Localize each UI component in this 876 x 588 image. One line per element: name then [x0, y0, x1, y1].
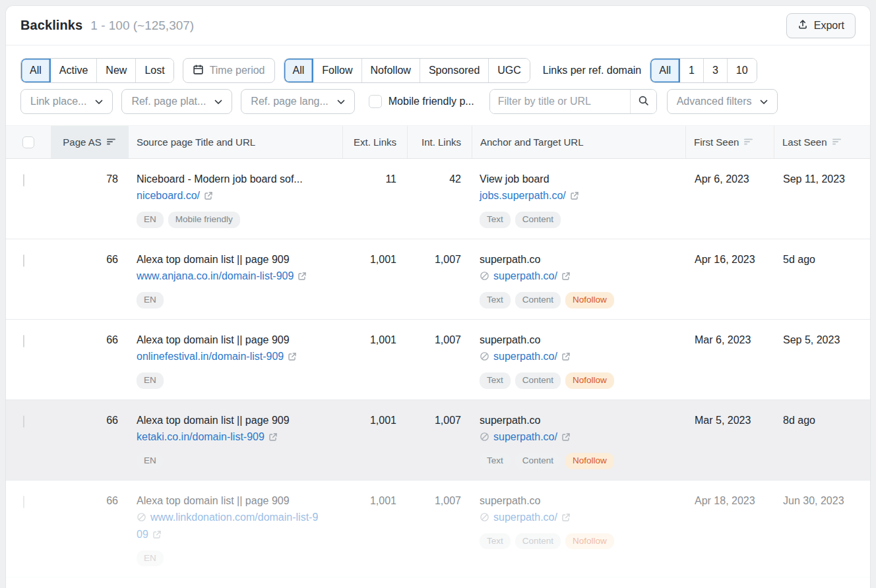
ref-page-platform-dropdown[interactable]: Ref. page plat... [121, 89, 232, 114]
ext-links-value: 1,001 [342, 400, 407, 480]
links-per-domain-1[interactable]: 1 [680, 59, 704, 82]
external-link-icon[interactable] [268, 430, 278, 446]
column-header-last-seen[interactable]: Last Seen [774, 126, 870, 158]
title-url-filter-input[interactable] [490, 90, 630, 113]
calendar-icon [193, 64, 204, 78]
last-seen-value: Sep 11, 2023 [774, 159, 870, 239]
time-period-button[interactable]: Time period [183, 58, 275, 83]
badge-en: EN [137, 292, 164, 309]
int-links-value: 1,007 [407, 400, 472, 480]
target-url-link[interactable]: superpath.co/ [493, 512, 557, 523]
links-per-domain-all[interactable]: All [650, 59, 680, 82]
badge-content: Content [515, 453, 561, 469]
ref-page-language-dropdown[interactable]: Ref. page lang... [241, 89, 354, 114]
anchor-text: superpath.co [480, 332, 666, 348]
sort-bars-icon [107, 136, 117, 148]
source-cell: Alexa top domain list || page 909 online… [129, 320, 342, 399]
badge-content: Content [515, 533, 561, 550]
badge-nofollow: Nofollow [565, 533, 614, 550]
last-seen-value: Jun 30, 2023 [774, 481, 870, 577]
follow-option-sponsored[interactable]: Sponsored [420, 59, 489, 82]
mobile-friendly-filter[interactable]: Mobile friendly p... [369, 95, 474, 108]
select-all-checkbox[interactable] [22, 136, 34, 148]
link-placement-dropdown[interactable]: Link place... [20, 89, 113, 114]
source-badges: EN [137, 453, 323, 469]
status-option-new[interactable]: New [97, 59, 136, 82]
search-button[interactable] [630, 90, 656, 113]
column-header-anchor[interactable]: Anchor and Target URL [472, 126, 685, 158]
external-link-icon[interactable] [561, 430, 571, 446]
follow-option-all[interactable]: All [284, 59, 314, 82]
external-link-icon[interactable] [152, 528, 162, 544]
target-url-link[interactable]: superpath.co/ [493, 431, 557, 442]
source-page-title: Alexa top domain list || page 909 [137, 252, 323, 268]
mobile-friendly-checkbox[interactable] [369, 95, 382, 108]
anchor-text: superpath.co [480, 252, 666, 268]
first-seen-value: Mar 5, 2023 [685, 400, 774, 480]
source-url-link[interactable]: niceboard.co/ [137, 190, 200, 201]
target-url-link[interactable]: jobs.superpath.co/ [480, 190, 566, 201]
table-row: 66 Alexa top domain list || page 909 ket… [6, 400, 870, 481]
anchor-header-label: Anchor and Target URL [480, 136, 583, 148]
row-checkbox-cell [6, 159, 51, 239]
export-button[interactable]: Export [786, 13, 856, 38]
ref-page-language-label: Ref. page lang... [251, 96, 328, 107]
status-option-active[interactable]: Active [51, 59, 98, 82]
row-checkbox-cell [6, 239, 51, 319]
row-checkbox[interactable] [23, 335, 24, 347]
column-header-ext-links[interactable]: Ext. Links [342, 126, 407, 158]
filters-toolbar: All Active New Lost Time period All Foll… [6, 45, 870, 126]
int-links-value: 42 [407, 159, 472, 239]
last-seen-header-label: Last Seen [782, 136, 827, 148]
follow-option-nofollow[interactable]: Nofollow [362, 59, 420, 82]
links-per-domain-3[interactable]: 3 [704, 59, 728, 82]
advanced-filters-dropdown[interactable]: Advanced filters [667, 89, 778, 114]
follow-option-ugc[interactable]: UGC [489, 59, 530, 82]
badge-en: EN [137, 550, 164, 567]
source-url-link[interactable]: www.linkdonation.com/domain-list-909 [137, 512, 318, 540]
row-checkbox[interactable] [23, 254, 24, 267]
table-row: 66 Alexa top domain list || page 909 www… [6, 481, 870, 578]
badge-mobile-friendly: Mobile friendly [168, 212, 240, 228]
row-checkbox[interactable] [23, 496, 24, 508]
last-seen-value: 5d ago [774, 239, 870, 319]
external-link-icon[interactable] [288, 350, 297, 366]
status-option-all[interactable]: All [21, 59, 51, 82]
time-period-label: Time period [210, 65, 265, 76]
result-range-count: 1 - 100 (~125,307) [90, 18, 194, 33]
column-header-first-seen[interactable]: First Seen [685, 126, 774, 158]
table-row: 78 Niceboard - Modern job board sof... n… [6, 159, 870, 239]
external-link-icon[interactable] [297, 270, 307, 285]
row-checkbox[interactable] [23, 415, 24, 428]
row-checkbox[interactable] [23, 174, 24, 187]
source-url-link[interactable]: ketaki.co.in/domain-list-909 [137, 431, 265, 442]
table-body: 78 Niceboard - Modern job board sof... n… [6, 159, 870, 481]
status-option-lost[interactable]: Lost [136, 59, 173, 82]
chevron-down-icon [337, 96, 345, 107]
external-link-icon[interactable] [204, 189, 213, 205]
column-header-page-as[interactable]: Page AS [51, 126, 129, 158]
column-header-int-links[interactable]: Int. Links [407, 126, 472, 158]
source-url-link[interactable]: www.anjana.co.in/domain-list-909 [137, 270, 294, 281]
external-link-icon[interactable] [561, 350, 571, 366]
source-url-link[interactable]: onlinefestival.in/domain-list-909 [137, 351, 284, 362]
table-row: 66 Alexa top domain list || page 909 dom… [6, 577, 870, 588]
anchor-cell: superpath.co superpath.co/ Text [472, 577, 685, 588]
anchor-text: superpath.co [480, 413, 666, 428]
badge-nofollow: Nofollow [565, 372, 614, 389]
external-link-icon[interactable] [561, 511, 571, 527]
slashed-circle-icon [137, 511, 146, 527]
follow-option-follow[interactable]: Follow [313, 59, 361, 82]
page-as-value: 66 [51, 320, 129, 399]
external-link-icon[interactable] [561, 270, 571, 285]
column-header-source[interactable]: Source page Title and URL [129, 126, 342, 158]
external-link-icon[interactable] [570, 189, 579, 205]
anchor-cell: superpath.co superpath.co/ TextContentNo… [472, 481, 685, 577]
target-url-link[interactable]: superpath.co/ [493, 270, 557, 281]
row-checkbox-cell [6, 577, 51, 588]
int-links-header-label: Int. Links [422, 136, 461, 148]
follow-segmented-control: All Follow Nofollow Sponsored UGC [284, 58, 530, 83]
chevron-down-icon [760, 96, 768, 107]
links-per-domain-10[interactable]: 10 [728, 59, 757, 82]
target-url-link[interactable]: superpath.co/ [493, 351, 557, 362]
